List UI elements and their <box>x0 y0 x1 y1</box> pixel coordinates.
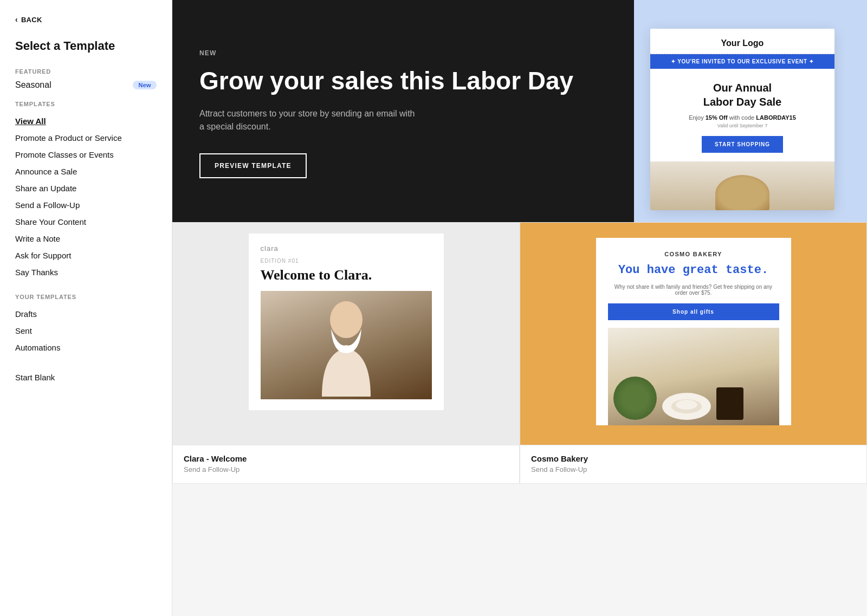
email-heading: Our Annual Labor Day Sale <box>663 81 821 109</box>
back-label: BACK <box>21 16 42 24</box>
templates-nav: View All Promote a Product or Service Pr… <box>15 113 157 281</box>
hero-section: NEW Grow your sales this Labor Day Attra… <box>172 0 867 222</box>
nav-item-share-update[interactable]: Share an Update <box>15 180 157 197</box>
nav-item-say-thanks[interactable]: Say Thanks <box>15 264 157 281</box>
back-button[interactable]: ‹ BACK <box>15 15 157 24</box>
cosmo-cta-button[interactable]: Shop all gifts <box>608 303 779 320</box>
svg-point-1 <box>331 301 361 334</box>
back-arrow-icon: ‹ <box>15 15 18 24</box>
nav-item-announce-sale[interactable]: Announce a Sale <box>15 163 157 180</box>
hero-text: NEW Grow your sales this Labor Day Attra… <box>172 0 634 222</box>
email-body: Our Annual Labor Day Sale Enjoy 15% Off … <box>650 69 834 161</box>
cosmo-food-image <box>608 328 779 425</box>
nav-item-promote-classes[interactable]: Promote Classes or Events <box>15 146 157 163</box>
clara-brand: clara <box>261 244 432 252</box>
basket-decoration <box>715 175 769 210</box>
clara-email-inner: clara EDITION #01 Welcome to Clara. <box>249 234 444 410</box>
preview-template-button[interactable]: PREVIEW TEMPLATE <box>199 153 307 178</box>
email-banner: ✦ YOU'RE INVITED TO OUR EXCLUSIVE EVENT … <box>650 54 834 69</box>
nav-item-ask-support[interactable]: Ask for Support <box>15 247 157 264</box>
template-card-cosmo[interactable]: COSMO BAKERY You have great taste. Why n… <box>520 222 867 484</box>
featured-section-label: FEATURED <box>15 68 157 75</box>
email-preview-card: Your Logo ✦ YOU'RE INVITED TO OUR EXCLUS… <box>650 29 834 210</box>
hero-email-preview: Your Logo ✦ YOU'RE INVITED TO OUR EXCLUS… <box>634 0 867 222</box>
your-templates-label: YOUR TEMPLATES <box>15 294 157 300</box>
clara-preview: clara EDITION #01 Welcome to Clara. <box>173 223 519 445</box>
svg-point-3 <box>676 400 697 410</box>
featured-seasonal-item[interactable]: Seasonal New <box>15 80 157 90</box>
clara-card-info: Clara - Welcome Send a Follow-Up <box>173 445 519 483</box>
cosmo-card-info: Cosmo Bakery Send a Follow-Up <box>520 445 866 483</box>
sidebar: ‹ BACK Select a Template FEATURED Season… <box>0 0 172 616</box>
nav-item-automations[interactable]: Automations <box>15 339 157 356</box>
nav-item-share-content[interactable]: Share Your Content <box>15 213 157 230</box>
nav-item-drafts[interactable]: Drafts <box>15 306 157 322</box>
nav-item-view-all[interactable]: View All <box>15 113 157 129</box>
sidebar-title: Select a Template <box>15 39 157 53</box>
nav-item-promote-product[interactable]: Promote a Product or Service <box>15 129 157 146</box>
new-badge: New <box>133 81 157 89</box>
email-logo: Your Logo <box>650 29 834 54</box>
templates-section-label: TEMPLATES <box>15 101 157 107</box>
templates-grid: clara EDITION #01 Welcome to Clara. Clar… <box>172 222 867 484</box>
person-illustration <box>311 294 381 397</box>
cosmo-email-inner: COSMO BAKERY You have great taste. Why n… <box>596 238 791 425</box>
email-valid: Valid until September 7 <box>663 123 821 128</box>
food-bowl-icon <box>613 377 657 420</box>
food-mug-icon <box>716 387 743 420</box>
clara-edition: EDITION #01 <box>261 258 432 264</box>
nav-item-send-followup[interactable]: Send a Follow-Up <box>15 197 157 213</box>
hero-description: Attract customers to your store by sendi… <box>199 107 416 134</box>
your-templates-section: YOUR TEMPLATES Drafts Sent Automations <box>15 294 157 356</box>
email-cta-button[interactable]: START SHOPPING <box>702 136 783 153</box>
hero-title: Grow your sales this Labor Day <box>199 67 607 95</box>
cosmo-brand: COSMO BAKERY <box>608 251 779 257</box>
featured-item-label: Seasonal <box>15 80 51 90</box>
start-blank-button[interactable]: Start Blank <box>15 369 157 386</box>
template-card-clara[interactable]: clara EDITION #01 Welcome to Clara. Clar… <box>172 222 520 484</box>
nav-item-sent[interactable]: Sent <box>15 322 157 339</box>
cosmo-card-name: Cosmo Bakery <box>531 454 856 463</box>
nav-item-write-note[interactable]: Write a Note <box>15 230 157 247</box>
email-sub: Enjoy 15% Off with code LABORDAY15 <box>663 114 821 121</box>
food-plate-icon <box>662 393 711 420</box>
clara-card-name: Clara - Welcome <box>184 454 508 463</box>
cosmo-sub: Why not share it with family and friends… <box>608 284 779 296</box>
cosmo-preview: COSMO BAKERY You have great taste. Why n… <box>520 223 866 445</box>
email-footer-image <box>650 161 834 210</box>
clara-card-type: Send a Follow-Up <box>184 465 508 474</box>
clara-headline: Welcome to Clara. <box>261 267 432 283</box>
cosmo-headline: You have great taste. <box>608 263 779 278</box>
food-decoration <box>608 328 779 425</box>
cosmo-card-type: Send a Follow-Up <box>531 465 856 474</box>
clara-photo <box>261 291 432 399</box>
main-content: NEW Grow your sales this Labor Day Attra… <box>172 0 867 616</box>
hero-tag: NEW <box>199 49 607 57</box>
